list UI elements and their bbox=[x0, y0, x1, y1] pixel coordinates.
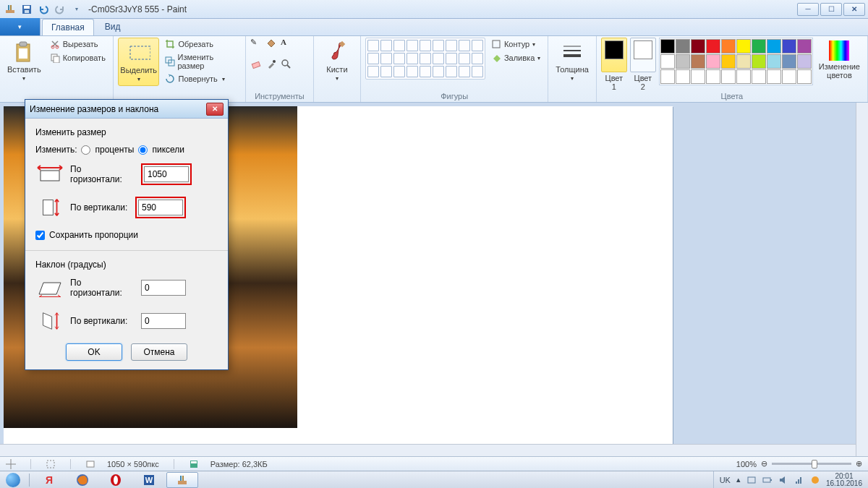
color-swatch[interactable] bbox=[767, 54, 781, 69]
zoom-out-button[interactable]: ⊖ bbox=[761, 459, 767, 468]
color-swatch[interactable] bbox=[782, 54, 796, 69]
zoom-slider[interactable] bbox=[772, 463, 851, 465]
fill-style-button[interactable]: Заливка▾ bbox=[488, 51, 543, 64]
skew-horiz-input[interactable] bbox=[141, 280, 186, 296]
horiz-skew-icon bbox=[35, 277, 64, 299]
keep-ratio-checkbox[interactable] bbox=[35, 231, 45, 240]
thickness-button[interactable]: Толщина ▾ bbox=[553, 38, 592, 85]
dialog-titlebar[interactable]: Изменение размеров и наклона ✕ bbox=[25, 100, 228, 119]
percent-radio[interactable] bbox=[81, 145, 90, 155]
text-tool[interactable]: A bbox=[281, 38, 294, 46]
color-swatch[interactable] bbox=[721, 69, 736, 84]
color-swatch[interactable] bbox=[721, 39, 736, 53]
outline-button[interactable]: Контур▾ bbox=[488, 38, 543, 51]
vert-input[interactable] bbox=[138, 200, 183, 215]
tray-volume-icon[interactable] bbox=[778, 475, 788, 485]
svg-rect-49 bbox=[798, 479, 799, 484]
maximize-button[interactable]: ☐ bbox=[820, 3, 842, 16]
color-swatch[interactable] bbox=[767, 39, 781, 53]
color-swatch[interactable] bbox=[706, 54, 720, 69]
taskbar-yandex[interactable]: Я bbox=[33, 472, 65, 488]
window-title: -Cm0Sr3JvY8 555 - Paint bbox=[88, 4, 187, 14]
color-swatch[interactable] bbox=[797, 54, 812, 69]
redo-icon[interactable] bbox=[53, 2, 67, 17]
color-swatch[interactable] bbox=[676, 39, 690, 53]
vertical-scrollbar[interactable] bbox=[856, 103, 868, 456]
resize-button[interactable]: Изменить размер bbox=[162, 51, 240, 72]
rotate-button[interactable]: Повернуть▾ bbox=[162, 72, 240, 85]
color-swatch[interactable] bbox=[706, 39, 720, 53]
pencil-tool[interactable]: ✎ bbox=[250, 38, 263, 47]
start-button[interactable] bbox=[0, 471, 26, 489]
color-swatch[interactable] bbox=[706, 69, 720, 84]
select-button[interactable]: Выделить ▾ bbox=[118, 38, 160, 86]
zoom-in-button[interactable]: ⊕ bbox=[856, 459, 862, 468]
close-button[interactable]: ✕ bbox=[843, 3, 865, 16]
color-swatch[interactable] bbox=[691, 69, 705, 84]
paste-button[interactable]: Вставить ▾ bbox=[4, 38, 44, 85]
skew-vert-input[interactable] bbox=[141, 313, 186, 329]
taskbar-paint[interactable] bbox=[166, 472, 198, 488]
qat-dropdown-icon[interactable]: ▾ bbox=[69, 2, 84, 17]
color-swatch[interactable] bbox=[676, 69, 690, 84]
magnifier-tool[interactable] bbox=[281, 59, 294, 70]
color-swatch[interactable] bbox=[797, 39, 812, 53]
lang-indicator[interactable]: UK bbox=[720, 476, 731, 484]
ok-button[interactable]: OK bbox=[66, 343, 122, 361]
color-swatch[interactable] bbox=[660, 69, 675, 84]
color-swatch[interactable] bbox=[691, 54, 705, 69]
color-swatch[interactable] bbox=[752, 54, 766, 69]
minimize-button[interactable]: ─ bbox=[797, 3, 819, 16]
tray-circle-icon[interactable] bbox=[810, 475, 820, 485]
file-tab[interactable]: ▾ bbox=[0, 18, 41, 35]
taskbar-firefox[interactable] bbox=[67, 472, 98, 488]
color-swatch[interactable] bbox=[767, 69, 781, 84]
color-swatch[interactable] bbox=[721, 54, 736, 69]
tray-action-icon[interactable] bbox=[746, 475, 757, 485]
color-swatch[interactable] bbox=[752, 69, 766, 84]
color2-button[interactable] bbox=[630, 38, 656, 72]
svg-rect-4 bbox=[24, 6, 30, 9]
shapes-gallery[interactable] bbox=[365, 38, 485, 80]
copy-button[interactable]: Копировать bbox=[47, 51, 109, 64]
horizontal-scrollbar[interactable] bbox=[0, 444, 856, 456]
cut-button[interactable]: Вырезать bbox=[47, 38, 109, 51]
pixels-radio[interactable] bbox=[138, 145, 148, 155]
color-swatch[interactable] bbox=[797, 69, 812, 84]
ribbon-tabs: ▾ Главная Вид bbox=[0, 19, 868, 36]
color-swatch[interactable] bbox=[676, 54, 690, 69]
cancel-button[interactable]: Отмена bbox=[131, 343, 187, 361]
tray-network-icon[interactable] bbox=[794, 475, 804, 485]
color-swatch[interactable] bbox=[660, 54, 675, 69]
taskbar-clock[interactable]: 20:01 16.10.2016 bbox=[826, 473, 862, 487]
tab-home[interactable]: Главная bbox=[42, 19, 94, 35]
edit-colors-button[interactable]: Изменение цветов bbox=[816, 38, 863, 82]
color-swatch[interactable] bbox=[660, 39, 675, 53]
tray-battery-icon[interactable] bbox=[762, 475, 773, 485]
color-palette[interactable] bbox=[659, 38, 813, 85]
crop-button[interactable]: Обрезать bbox=[162, 38, 240, 51]
zoom-label: 100% bbox=[736, 460, 757, 468]
color-swatch[interactable] bbox=[782, 39, 796, 53]
taskbar-word[interactable]: W bbox=[133, 472, 165, 488]
color-swatch[interactable] bbox=[736, 54, 751, 69]
color-swatch[interactable] bbox=[736, 39, 751, 53]
eraser-tool[interactable] bbox=[250, 59, 263, 70]
save-icon[interactable] bbox=[20, 2, 34, 17]
brushes-button[interactable]: Кисти ▾ bbox=[318, 38, 356, 85]
vert-label: По вертикали: bbox=[70, 202, 135, 213]
undo-icon[interactable] bbox=[36, 2, 51, 17]
paint-menu-icon[interactable] bbox=[3, 2, 17, 17]
dialog-close-button[interactable]: ✕ bbox=[206, 103, 224, 116]
color-swatch[interactable] bbox=[782, 69, 796, 84]
color1-button[interactable] bbox=[601, 38, 627, 72]
horiz-input[interactable] bbox=[144, 166, 189, 182]
color-swatch[interactable] bbox=[691, 39, 705, 53]
taskbar-opera[interactable] bbox=[100, 472, 132, 488]
color-swatch[interactable] bbox=[736, 69, 751, 84]
picker-tool[interactable] bbox=[265, 59, 278, 70]
color-swatch[interactable] bbox=[752, 39, 766, 53]
tray-flag-icon[interactable]: ▴ bbox=[736, 475, 741, 484]
tab-view[interactable]: Вид bbox=[95, 18, 130, 35]
fill-tool[interactable] bbox=[265, 38, 278, 49]
